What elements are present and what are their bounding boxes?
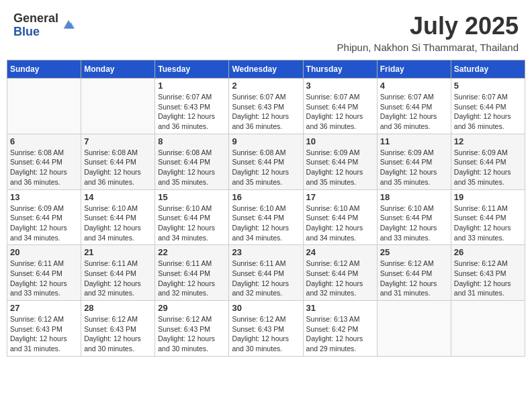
daylight-text: Daylight: 12 hours and 33 minutes. bbox=[380, 223, 448, 242]
calendar-cell: 20Sunrise: 6:11 AMSunset: 6:44 PMDayligh… bbox=[7, 245, 81, 301]
calendar-cell: 24Sunrise: 6:12 AMSunset: 6:44 PMDayligh… bbox=[303, 245, 377, 301]
sunset-text: Sunset: 6:42 PM bbox=[306, 324, 374, 334]
logo-blue-text: Blue bbox=[13, 26, 58, 39]
calendar-cell: 7Sunrise: 6:08 AMSunset: 6:44 PMDaylight… bbox=[81, 134, 155, 189]
calendar-table: SundayMondayTuesdayWednesdayThursdayFrid… bbox=[7, 60, 525, 357]
day-number: 8 bbox=[158, 136, 226, 146]
sunrise-text: Sunrise: 6:12 AM bbox=[232, 314, 300, 324]
day-number: 19 bbox=[454, 192, 522, 202]
sunset-text: Sunset: 6:44 PM bbox=[306, 102, 374, 112]
calendar-header-wednesday: Wednesday bbox=[229, 60, 303, 79]
sunrise-text: Sunrise: 6:10 AM bbox=[380, 203, 448, 214]
sunrise-text: Sunrise: 6:08 AM bbox=[158, 148, 226, 158]
location-subtitle: Phipun, Nakhon Si Thammarat, Thailand bbox=[337, 42, 519, 53]
title-block: July 2025 Phipun, Nakhon Si Thammarat, T… bbox=[337, 12, 519, 53]
day-detail: Sunrise: 6:09 AMSunset: 6:44 PMDaylight:… bbox=[454, 148, 522, 187]
day-number: 25 bbox=[380, 247, 448, 257]
calendar-week-row: 20Sunrise: 6:11 AMSunset: 6:44 PMDayligh… bbox=[7, 245, 525, 301]
day-number: 16 bbox=[232, 192, 300, 202]
daylight-text: Daylight: 12 hours and 36 minutes. bbox=[158, 111, 226, 131]
day-detail: Sunrise: 6:12 AMSunset: 6:44 PMDaylight:… bbox=[380, 259, 448, 298]
day-number: 10 bbox=[306, 136, 374, 146]
daylight-text: Daylight: 12 hours and 36 minutes. bbox=[84, 167, 152, 187]
sunrise-text: Sunrise: 6:11 AM bbox=[158, 259, 226, 269]
calendar-cell bbox=[451, 301, 525, 357]
day-detail: Sunrise: 6:09 AMSunset: 6:44 PMDaylight:… bbox=[306, 148, 374, 187]
sunset-text: Sunset: 6:43 PM bbox=[232, 324, 300, 334]
sunset-text: Sunset: 6:44 PM bbox=[454, 102, 522, 112]
sunset-text: Sunset: 6:44 PM bbox=[10, 269, 78, 279]
sunrise-text: Sunrise: 6:10 AM bbox=[84, 203, 152, 214]
daylight-text: Daylight: 12 hours and 35 minutes. bbox=[158, 167, 226, 187]
daylight-text: Daylight: 12 hours and 32 minutes. bbox=[306, 279, 374, 298]
logo-general-text: General bbox=[13, 12, 58, 26]
calendar-cell: 29Sunrise: 6:12 AMSunset: 6:43 PMDayligh… bbox=[155, 301, 229, 357]
calendar-cell: 11Sunrise: 6:09 AMSunset: 6:44 PMDayligh… bbox=[377, 134, 451, 189]
month-title: July 2025 bbox=[337, 12, 519, 40]
day-number: 31 bbox=[306, 303, 374, 313]
calendar-cell: 16Sunrise: 6:10 AMSunset: 6:44 PMDayligh… bbox=[229, 189, 303, 245]
sunrise-text: Sunrise: 6:13 AM bbox=[306, 314, 374, 324]
daylight-text: Daylight: 12 hours and 34 minutes. bbox=[232, 223, 300, 242]
sunrise-text: Sunrise: 6:07 AM bbox=[380, 92, 448, 102]
daylight-text: Daylight: 12 hours and 31 minutes. bbox=[10, 334, 78, 353]
calendar-header-monday: Monday bbox=[81, 60, 155, 79]
logo-icon bbox=[61, 17, 76, 32]
day-detail: Sunrise: 6:08 AMSunset: 6:44 PMDaylight:… bbox=[232, 148, 300, 187]
day-detail: Sunrise: 6:12 AMSunset: 6:43 PMDaylight:… bbox=[10, 314, 78, 354]
day-detail: Sunrise: 6:07 AMSunset: 6:43 PMDaylight:… bbox=[232, 92, 300, 132]
day-detail: Sunrise: 6:11 AMSunset: 6:44 PMDaylight:… bbox=[232, 259, 300, 298]
calendar-cell: 9Sunrise: 6:08 AMSunset: 6:44 PMDaylight… bbox=[229, 134, 303, 189]
calendar-header-row: SundayMondayTuesdayWednesdayThursdayFrid… bbox=[7, 60, 525, 79]
calendar-cell: 23Sunrise: 6:11 AMSunset: 6:44 PMDayligh… bbox=[229, 245, 303, 301]
calendar-cell: 31Sunrise: 6:13 AMSunset: 6:42 PMDayligh… bbox=[303, 301, 377, 357]
daylight-text: Daylight: 12 hours and 32 minutes. bbox=[158, 279, 226, 298]
day-number: 30 bbox=[232, 303, 300, 313]
day-detail: Sunrise: 6:07 AMSunset: 6:44 PMDaylight:… bbox=[306, 92, 374, 132]
sunrise-text: Sunrise: 6:12 AM bbox=[454, 259, 522, 269]
sunset-text: Sunset: 6:44 PM bbox=[454, 157, 522, 167]
sunrise-text: Sunrise: 6:09 AM bbox=[306, 148, 374, 158]
sunset-text: Sunset: 6:44 PM bbox=[84, 269, 152, 279]
daylight-text: Daylight: 12 hours and 32 minutes. bbox=[232, 279, 300, 298]
day-number: 21 bbox=[84, 247, 152, 257]
sunset-text: Sunset: 6:43 PM bbox=[158, 102, 226, 112]
calendar-cell: 25Sunrise: 6:12 AMSunset: 6:44 PMDayligh… bbox=[377, 245, 451, 301]
daylight-text: Daylight: 12 hours and 35 minutes. bbox=[232, 167, 300, 187]
sunset-text: Sunset: 6:44 PM bbox=[84, 213, 152, 223]
calendar-cell: 2Sunrise: 6:07 AMSunset: 6:43 PMDaylight… bbox=[229, 79, 303, 134]
sunrise-text: Sunrise: 6:12 AM bbox=[306, 259, 374, 269]
day-number: 7 bbox=[84, 136, 152, 146]
daylight-text: Daylight: 12 hours and 29 minutes. bbox=[306, 334, 374, 353]
day-detail: Sunrise: 6:12 AMSunset: 6:44 PMDaylight:… bbox=[306, 259, 374, 298]
day-detail: Sunrise: 6:10 AMSunset: 6:44 PMDaylight:… bbox=[306, 203, 374, 243]
sunset-text: Sunset: 6:44 PM bbox=[84, 157, 152, 167]
day-number: 29 bbox=[158, 303, 226, 313]
calendar-cell: 17Sunrise: 6:10 AMSunset: 6:44 PMDayligh… bbox=[303, 189, 377, 245]
calendar-week-row: 6Sunrise: 6:08 AMSunset: 6:44 PMDaylight… bbox=[7, 134, 525, 189]
calendar-week-row: 1Sunrise: 6:07 AMSunset: 6:43 PMDaylight… bbox=[7, 79, 525, 134]
day-number: 26 bbox=[454, 247, 522, 257]
calendar-header-thursday: Thursday bbox=[303, 60, 377, 79]
daylight-text: Daylight: 12 hours and 34 minutes. bbox=[306, 223, 374, 242]
sunrise-text: Sunrise: 6:12 AM bbox=[84, 314, 152, 324]
calendar-header-tuesday: Tuesday bbox=[155, 60, 229, 79]
calendar-cell bbox=[81, 79, 155, 134]
calendar-cell: 3Sunrise: 6:07 AMSunset: 6:44 PMDaylight… bbox=[303, 79, 377, 134]
daylight-text: Daylight: 12 hours and 36 minutes. bbox=[10, 167, 78, 187]
day-number: 13 bbox=[10, 192, 78, 202]
sunrise-text: Sunrise: 6:08 AM bbox=[10, 148, 78, 158]
daylight-text: Daylight: 12 hours and 30 minutes. bbox=[84, 334, 152, 353]
calendar-cell: 19Sunrise: 6:11 AMSunset: 6:44 PMDayligh… bbox=[451, 189, 525, 245]
daylight-text: Daylight: 12 hours and 35 minutes. bbox=[380, 167, 448, 187]
calendar-cell: 22Sunrise: 6:11 AMSunset: 6:44 PMDayligh… bbox=[155, 245, 229, 301]
calendar-header-friday: Friday bbox=[377, 60, 451, 79]
day-detail: Sunrise: 6:11 AMSunset: 6:44 PMDaylight:… bbox=[84, 259, 152, 298]
day-number: 3 bbox=[306, 81, 374, 91]
sunrise-text: Sunrise: 6:07 AM bbox=[454, 92, 522, 102]
day-number: 24 bbox=[306, 247, 374, 257]
day-number: 1 bbox=[158, 81, 226, 91]
calendar-header-sunday: Sunday bbox=[7, 60, 81, 79]
day-number: 22 bbox=[158, 247, 226, 257]
day-detail: Sunrise: 6:12 AMSunset: 6:43 PMDaylight:… bbox=[232, 314, 300, 354]
